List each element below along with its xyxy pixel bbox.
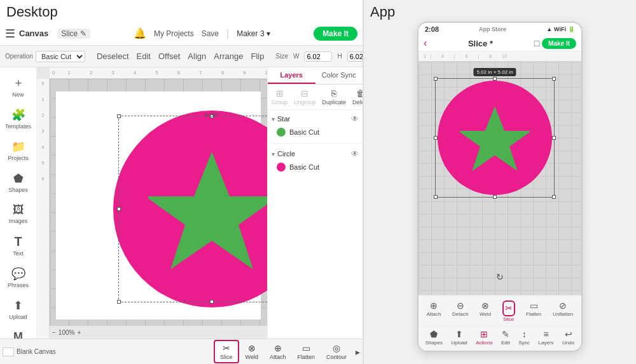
star-visibility-icon[interactable]: 👁 bbox=[351, 114, 359, 123]
ungroup-button[interactable]: ⊟ Ungroup bbox=[291, 87, 319, 107]
hamburger-icon[interactable]: ☰ bbox=[5, 27, 15, 41]
weld-icon: ⊗ bbox=[248, 343, 256, 353]
phone-upload-tool[interactable]: ⬆ Upload bbox=[448, 328, 469, 347]
phone-handle-tl[interactable] bbox=[434, 77, 438, 81]
phone-handle-tr[interactable] bbox=[552, 77, 556, 81]
circle-visibility-icon[interactable]: 👁 bbox=[351, 149, 359, 158]
phrases-icon: 💬 bbox=[11, 267, 25, 281]
phone-handle-ml[interactable] bbox=[434, 136, 438, 140]
sidebar-item-phrases[interactable]: 💬 Phrases bbox=[2, 263, 35, 292]
delete-button[interactable]: 🗑 Delete bbox=[350, 87, 363, 107]
phone-handle-mr[interactable] bbox=[552, 136, 556, 140]
phone-attach-tool[interactable]: ⊕ Attach bbox=[424, 299, 444, 323]
phone-area: 2:08 App Store ▲ WiFi 🔋 ‹ Slice * □ Make… bbox=[364, 22, 636, 364]
design-area[interactable]: 6.02" 6.02" bbox=[113, 111, 267, 307]
operation-group: Operation Basic Cut bbox=[5, 51, 85, 62]
phone-unflatten-tool[interactable]: ⊘ Unflatten bbox=[550, 299, 576, 323]
handle-bottom-left[interactable] bbox=[117, 300, 121, 304]
duplicate-button[interactable]: ⎘ Duplicate bbox=[320, 87, 349, 107]
layer-group-star-header[interactable]: ▾ Star 👁 bbox=[272, 112, 359, 125]
flip-button[interactable]: Flip bbox=[250, 50, 266, 62]
phone-sync-icon: ↕ bbox=[522, 329, 527, 339]
phone-undo-tool[interactable]: ↩ Undo bbox=[560, 328, 577, 347]
phone-nav-bar: ‹ Slice * □ Make It bbox=[418, 36, 581, 51]
phone-slice-tool[interactable]: ✂ Slice bbox=[500, 299, 518, 323]
sidebar-label-new: New bbox=[12, 91, 24, 98]
sidebar-item-templates[interactable]: 🧩 Templates bbox=[2, 104, 35, 133]
phone-design-area[interactable]: 5.02 in × 5.02 in bbox=[438, 81, 552, 195]
contour-tool[interactable]: ◎ Contour bbox=[321, 341, 352, 362]
width-input[interactable] bbox=[304, 51, 332, 62]
circle-layer-name: Basic Cut bbox=[289, 163, 319, 171]
tab-layers[interactable]: Layers bbox=[268, 67, 315, 84]
bell-icon[interactable]: 🔔 bbox=[134, 27, 146, 39]
phone-flatten-tool[interactable]: ▭ Flatten bbox=[523, 299, 544, 323]
offset-button[interactable]: Offset bbox=[157, 50, 181, 62]
layer-group-circle-header[interactable]: ▾ Circle 👁 bbox=[272, 147, 359, 160]
sidebar-label-shapes: Shapes bbox=[8, 187, 28, 193]
app-label: App bbox=[364, 0, 636, 22]
align-button[interactable]: Align bbox=[186, 50, 207, 62]
canvas-area[interactable]: 0 1 2 3 4 5 6 7 8 9 10 0 bbox=[37, 67, 267, 339]
handle-top-left[interactable] bbox=[117, 114, 121, 118]
back-button[interactable]: ‹ bbox=[424, 37, 427, 49]
panel-collapse-icon[interactable]: ▸ bbox=[356, 347, 360, 357]
phone-unflatten-icon: ⊘ bbox=[559, 300, 567, 311]
phone-handle-br[interactable] bbox=[552, 195, 556, 199]
sidebar-item-text[interactable]: T Text bbox=[2, 231, 35, 260]
phone-layers-tool[interactable]: ≡ Layers bbox=[536, 328, 556, 347]
phone-layers-label: Layers bbox=[539, 340, 554, 346]
sidebar-item-projects[interactable]: 📁 Projects bbox=[2, 136, 35, 165]
weld-tool[interactable]: ⊗ Weld bbox=[240, 341, 263, 362]
deselect-button[interactable]: Deselect bbox=[95, 50, 130, 62]
phone-sync-tool[interactable]: ↕ Sync bbox=[516, 328, 532, 347]
star-expand-icon[interactable]: ▾ bbox=[272, 116, 275, 123]
sidebar-item-images[interactable]: 🖼 Images bbox=[2, 199, 35, 228]
phone-detach-tool[interactable]: ⊖ Detach bbox=[450, 299, 471, 323]
rotate-handle[interactable]: ↻ bbox=[496, 272, 504, 282]
group-button[interactable]: ⊞ Group bbox=[269, 87, 290, 107]
star-layer-item[interactable]: Basic Cut bbox=[272, 125, 359, 139]
phone-handle-bm[interactable] bbox=[493, 195, 497, 199]
phone-status-bar: 2:08 App Store ▲ WiFi 🔋 bbox=[418, 23, 581, 36]
blank-canvas-swatch bbox=[3, 347, 14, 356]
star-shape bbox=[148, 145, 267, 273]
phone-shapes-icon: ⬟ bbox=[430, 329, 438, 339]
tab-color-sync[interactable]: Color Sync bbox=[315, 67, 363, 84]
arrange-button[interactable]: Arrange bbox=[212, 50, 244, 62]
panel-actions: ⊞ Group ⊟ Ungroup ⎘ Duplicate 🗑 Delete bbox=[268, 84, 363, 110]
phone-make-it-button[interactable]: Make It bbox=[542, 38, 576, 49]
phone-shapes-tool[interactable]: ⬟ Shapes bbox=[423, 328, 445, 347]
templates-icon: 🧩 bbox=[11, 108, 25, 122]
attach-tool[interactable]: ⊕ Attach bbox=[265, 341, 291, 362]
phone-flatten-label: Flatten bbox=[526, 311, 541, 317]
canvas-content[interactable]: 6.02" 6.02" bbox=[50, 79, 267, 326]
phone-edit-tool[interactable]: ✎ Edit bbox=[499, 328, 513, 347]
sidebar-item-monogram[interactable]: M Monogram bbox=[2, 327, 35, 339]
bookmark-icon[interactable]: □ bbox=[534, 38, 539, 48]
top-bar-center: 🔔 My Projects Save | Maker 3 ▾ bbox=[94, 27, 310, 39]
phone-canvas[interactable]: 5.02 in × 5.02 in ↻ bbox=[418, 62, 581, 295]
edit-button[interactable]: Edit bbox=[135, 50, 152, 62]
save-link[interactable]: Save bbox=[202, 29, 219, 38]
make-it-button[interactable]: Make It bbox=[314, 27, 357, 41]
sidebar-item-shapes[interactable]: ⬟ Shapes bbox=[2, 168, 35, 197]
operation-select[interactable]: Basic Cut bbox=[36, 51, 85, 62]
phone-detach-icon: ⊖ bbox=[457, 300, 464, 311]
sidebar-item-upload[interactable]: ⬆ Upload bbox=[2, 295, 35, 324]
slice-tool[interactable]: ✂ Slice bbox=[214, 340, 239, 363]
my-projects-link[interactable]: My Projects bbox=[154, 29, 194, 38]
phone-handle-bl[interactable] bbox=[434, 195, 438, 199]
phone-handle-tm[interactable] bbox=[493, 77, 497, 81]
flatten-tool[interactable]: ▭ Flatten bbox=[292, 341, 320, 362]
phone-ruler: 2 | 4 | 6 | 8 10 bbox=[418, 51, 581, 62]
phone-weld-tool[interactable]: ⊗ Weld bbox=[477, 299, 494, 323]
canvas-label: Canvas bbox=[19, 29, 48, 38]
zoom-plus[interactable]: + bbox=[77, 329, 81, 336]
maker-selector[interactable]: Maker 3 ▾ bbox=[237, 29, 270, 38]
sidebar-item-new[interactable]: ＋ New bbox=[2, 71, 35, 102]
zoom-minus[interactable]: − bbox=[52, 329, 56, 336]
phone-actions-tool[interactable]: ⊞ Actions bbox=[473, 328, 495, 347]
circle-layer-item[interactable]: Basic Cut bbox=[272, 160, 359, 174]
circle-expand-icon[interactable]: ▾ bbox=[272, 151, 275, 158]
